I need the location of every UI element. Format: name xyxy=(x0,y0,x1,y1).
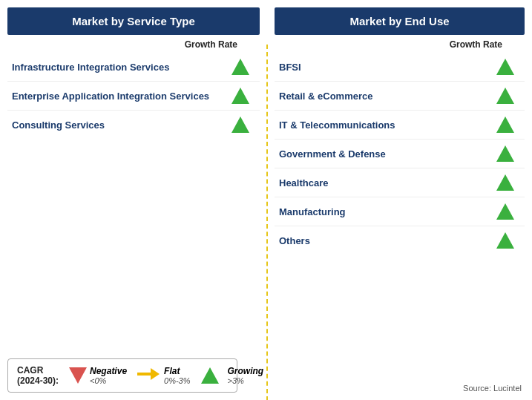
service-label-3: Consulting Services xyxy=(12,119,231,131)
arrow-cell xyxy=(496,117,520,133)
list-item: Manufacturing xyxy=(275,197,525,226)
legend-growing-sublabel: >3% xyxy=(228,376,264,385)
end-use-label-6: Manufacturing xyxy=(279,206,496,217)
end-use-label-7: Others xyxy=(279,235,496,246)
arrow-cell-3 xyxy=(231,117,255,133)
left-service-rows: Infrastructure Integration Services Ente… xyxy=(7,53,260,351)
legend-growing-label: Growing xyxy=(228,366,264,376)
arrow-cell xyxy=(496,145,520,162)
arrow-cell xyxy=(496,88,520,104)
service-label-2: Enterprise Application Integration Servi… xyxy=(12,91,231,102)
list-item: IT & Telecommunications xyxy=(275,111,525,140)
arrow-cell-1 xyxy=(231,59,255,75)
list-item: Others xyxy=(275,226,525,255)
up-arrow-icon xyxy=(496,88,514,104)
down-arrow-icon xyxy=(69,367,87,384)
service-label-1: Infrastructure Integration Services xyxy=(12,62,231,73)
legend-flat-label: Flat xyxy=(164,366,190,376)
left-panel: Market by Service Type Growth Rate Infra… xyxy=(7,7,260,393)
arrow-cell xyxy=(496,232,520,249)
end-use-label-2: Retail & eCommerce xyxy=(279,91,496,102)
left-growth-rate-label: Growth Rate xyxy=(7,39,260,50)
legend-flat-sublabel: 0%-3% xyxy=(164,376,190,385)
list-item: Government & Defense xyxy=(275,140,525,168)
up-arrow-icon xyxy=(231,88,249,104)
end-use-label-4: Government & Defense xyxy=(279,148,496,160)
up-arrow-icon xyxy=(201,367,219,384)
legend-negative-sublabel: <0% xyxy=(90,376,127,385)
list-item: Infrastructure Integration Services xyxy=(7,53,260,82)
legend-item-negative: Negative <0% xyxy=(69,366,127,385)
right-growth-rate-label: Growth Rate xyxy=(275,39,525,50)
list-item: Consulting Services xyxy=(7,111,260,139)
right-panel-header: Market by End Use xyxy=(275,7,525,35)
list-item: Enterprise Application Integration Servi… xyxy=(7,82,260,111)
up-arrow-icon xyxy=(231,59,249,75)
list-item: Retail & eCommerce xyxy=(275,82,525,111)
end-use-label-5: Healthcare xyxy=(279,177,496,188)
up-arrow-icon xyxy=(496,203,514,220)
list-item: Healthcare xyxy=(275,168,525,197)
list-item: BFSI xyxy=(275,53,525,82)
up-arrow-icon xyxy=(496,117,514,133)
legend-item-growing: Growing >3% xyxy=(201,366,264,385)
up-arrow-icon xyxy=(496,59,514,75)
arrow-cell xyxy=(496,203,520,220)
left-panel-header: Market by Service Type xyxy=(7,7,260,35)
legend-negative-label: Negative xyxy=(90,366,127,376)
source-text: Source: Lucintel xyxy=(275,378,525,393)
up-arrow-icon xyxy=(231,117,249,133)
right-panel: Market by End Use Growth Rate BFSI Retai… xyxy=(275,7,525,393)
divider xyxy=(260,7,275,393)
legend-box: CAGR(2024-30): Negative <0% Flat 0%-3% xyxy=(7,358,237,393)
up-arrow-icon xyxy=(496,174,514,191)
end-use-rows: BFSI Retail & eCommerce IT & Telecommuni… xyxy=(275,53,525,378)
up-arrow-icon xyxy=(496,232,514,249)
legend-cagr-label: CAGR(2024-30): xyxy=(17,365,59,386)
divider-line xyxy=(266,45,268,400)
main-container: Market by Service Type Growth Rate Infra… xyxy=(0,0,532,400)
legend-item-flat: Flat 0%-3% xyxy=(137,366,190,385)
end-use-label-3: IT & Telecommunications xyxy=(279,119,496,131)
arrow-cell xyxy=(496,174,520,191)
up-arrow-icon xyxy=(496,145,514,162)
arrow-cell xyxy=(496,59,520,75)
arrow-cell-2 xyxy=(231,88,255,104)
end-use-label-1: BFSI xyxy=(279,62,496,73)
